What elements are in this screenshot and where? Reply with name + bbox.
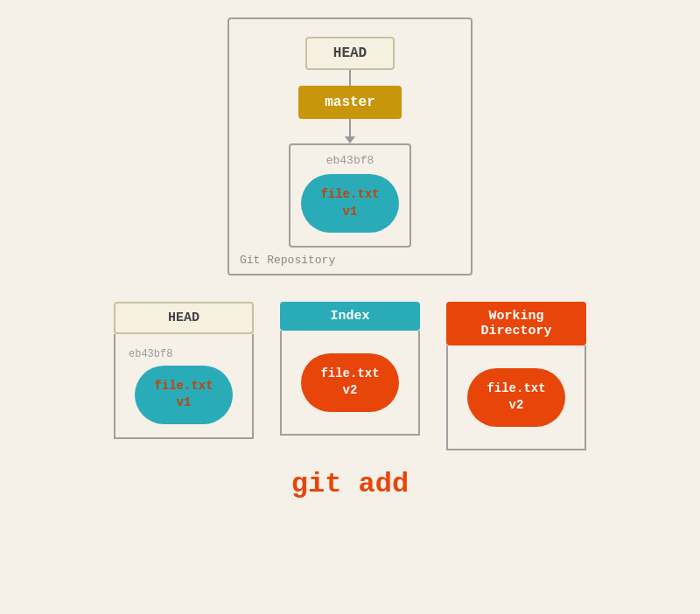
head-box-bottom: HEAD — [114, 302, 254, 334]
arrow-head-1 — [345, 136, 355, 143]
file-blob-wd-line2: v2 — [509, 398, 524, 412]
file-blob-wd-line1: file.txt — [486, 381, 545, 395]
head-label-bottom: HEAD — [168, 310, 200, 325]
panel-head: HEAD eb43bf8 file.txt v1 — [114, 302, 254, 439]
index-box: Index — [280, 302, 420, 331]
main-container: HEAD master eb43bf8 file.txt v1 Git Repo… — [0, 0, 700, 614]
arrow-master-commit — [345, 119, 355, 143]
panel-working-dir: Working Directory file.txt v2 — [446, 302, 586, 450]
file-blob-top: file.txt v1 — [301, 174, 398, 233]
file-blob-head-bottom: file.txt v1 — [135, 366, 232, 424]
master-label: master — [325, 94, 375, 110]
file-blob-wd: file.txt v2 — [467, 368, 564, 427]
panel-index: Index file.txt v2 — [280, 302, 420, 436]
index-content-box: file.txt v2 — [280, 331, 420, 436]
working-dir-line1: Working — [488, 309, 543, 324]
commit-box-top: eb43bf8 file.txt v1 — [289, 143, 411, 248]
head-box-top: HEAD — [305, 37, 395, 70]
file-blob-head-line1: file.txt — [154, 379, 213, 393]
commit-hash-top: eb43bf8 — [326, 154, 374, 167]
file-blob-top-line2: v1 — [343, 205, 358, 219]
bottom-panels: HEAD eb43bf8 file.txt v1 Index file — [114, 302, 586, 450]
git-repo-box: HEAD master eb43bf8 file.txt v1 Git Repo… — [228, 17, 472, 276]
repo-label: Git Repository — [240, 254, 335, 267]
connector-head-master — [349, 70, 351, 86]
file-blob-top-line1: file.txt — [320, 187, 379, 201]
file-blob-head-line2: v1 — [177, 395, 192, 409]
file-blob-index-line1: file.txt — [320, 366, 379, 380]
commit-hash-bottom: eb43bf8 — [124, 348, 172, 360]
file-blob-index: file.txt v2 — [301, 353, 398, 412]
head-content-box: eb43bf8 file.txt v1 — [114, 334, 254, 439]
working-dir-content-box: file.txt v2 — [446, 345, 586, 450]
bottom-section: HEAD eb43bf8 file.txt v1 Index file — [18, 302, 682, 500]
file-blob-index-line2: v2 — [343, 383, 358, 397]
git-add-label: git add — [291, 468, 409, 500]
arrow-shaft-1 — [349, 119, 351, 136]
index-label: Index — [330, 309, 369, 324]
head-label-top: HEAD — [333, 45, 367, 61]
working-dir-line2: Directory — [480, 324, 551, 338]
master-box: master — [298, 86, 402, 119]
working-dir-box: Working Directory — [446, 302, 586, 345]
